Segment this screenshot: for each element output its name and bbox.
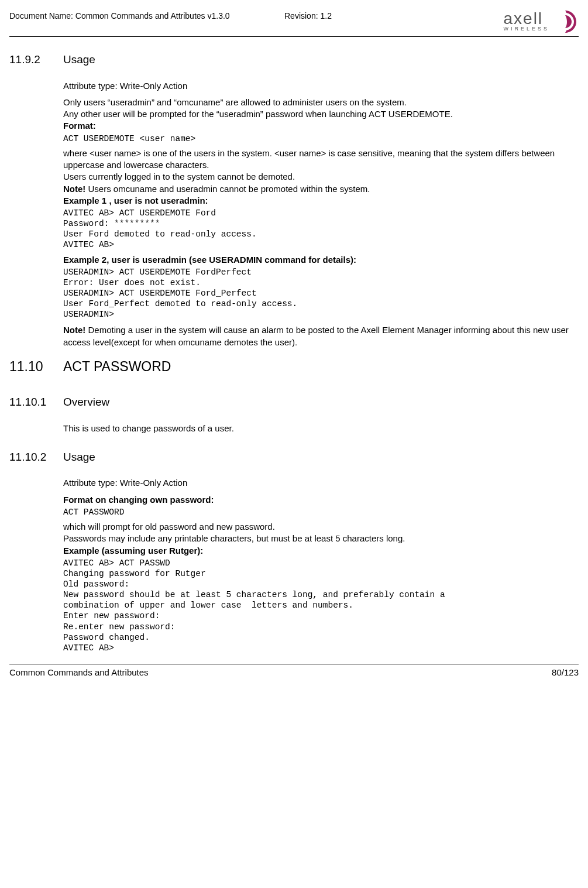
page-number: 80/123 <box>552 667 579 678</box>
body-text: This is used to change passwords of a us… <box>63 423 574 434</box>
note-text: Note! Demoting a user in the system will… <box>63 324 574 348</box>
attr-type: Attribute type: Write-Only Action <box>63 80 574 92</box>
section-title: Overview <box>63 395 574 410</box>
footer-rule <box>9 664 579 664</box>
section-number: 11.10 <box>9 358 63 376</box>
example-label: Example 2, user is useradmin (see USERAD… <box>63 254 574 266</box>
note-label: Note! <box>63 325 85 335</box>
body-text: Only users “useradmin” and “omcuname” ar… <box>63 97 574 108</box>
section-number: 11.9.2 <box>9 52 63 67</box>
code-block: USERADMIN> ACT USERDEMOTE FordPerfect Er… <box>63 267 574 320</box>
example-label: Example (assuming user Rutger): <box>63 545 574 557</box>
section-number: 11.10.1 <box>9 395 63 410</box>
code-block: AVITEC AB> ACT USERDEMOTE Ford Password:… <box>63 208 574 251</box>
format-label: Format on changing own password: <box>63 494 574 506</box>
example-label: Example 1 , user is not useradmin: <box>63 195 574 207</box>
doc-name: Document Name: Common Commands and Attri… <box>9 11 230 22</box>
attr-type: Attribute type: Write-Only Action <box>63 477 574 489</box>
note-body: Demoting a user in the system will cause… <box>63 325 569 347</box>
brand-logo-subtext: WIRELESS <box>503 25 549 32</box>
code-block: ACT PASSWORD <box>63 507 574 517</box>
body-text: Passwords may include any printable char… <box>63 533 574 544</box>
footer-title: Common Commands and Attributes <box>9 667 149 678</box>
body-text: Users currently logged in to the system … <box>63 171 574 183</box>
brand-logo: axell WIRELESS <box>503 8 579 35</box>
section-title: Usage <box>63 450 574 465</box>
page-footer: Common Commands and Attributes 80/123 <box>9 667 579 678</box>
code-block: ACT USERDEMOTE <user name> <box>63 133 574 144</box>
body-text: where <user name> is one of the users in… <box>63 148 574 172</box>
note-label: Note! <box>63 184 85 194</box>
page-header: Document Name: Common Commands and Attri… <box>9 11 579 35</box>
wireless-swoosh-icon <box>552 8 579 35</box>
section-number: 11.10.2 <box>9 450 63 465</box>
note-text: Note! Users omcuname and useradmin canno… <box>63 183 574 195</box>
note-body: Users omcuname and useradmin cannot be p… <box>85 184 370 194</box>
body-text: Any other user will be prompted for the … <box>63 108 574 120</box>
section-title: Usage <box>63 52 574 67</box>
header-rule <box>9 36 579 37</box>
format-label: Format: <box>63 120 574 132</box>
section-title: ACT PASSWORD <box>63 358 574 376</box>
body-text: which will prompt for old password and n… <box>63 521 574 533</box>
revision: Revision: 1.2 <box>284 11 332 22</box>
brand-logo-text: axell <box>503 11 549 26</box>
code-block: AVITEC AB> ACT PASSWD Changing password … <box>63 558 574 653</box>
